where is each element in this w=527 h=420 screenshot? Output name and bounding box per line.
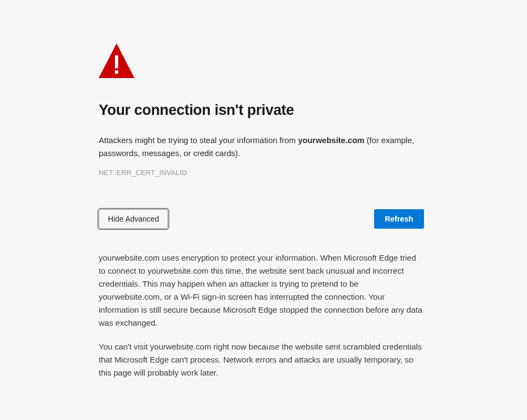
page-title: Your connection isn't private bbox=[99, 102, 424, 119]
refresh-button[interactable]: Refresh bbox=[374, 209, 424, 229]
warning-description: Attackers might be trying to steal your … bbox=[99, 134, 424, 160]
error-code: NET::ERR_CERT_INVALID bbox=[99, 169, 424, 177]
details-paragraph-2: You can't visit yourwebsite.com right no… bbox=[99, 340, 424, 379]
description-domain: yourwebsite.com bbox=[298, 135, 365, 145]
hide-advanced-button[interactable]: Hide Advanced bbox=[99, 209, 168, 229]
button-row: Hide Advanced Refresh bbox=[99, 209, 424, 229]
svg-rect-1 bbox=[115, 55, 118, 68]
svg-rect-2 bbox=[115, 70, 118, 74]
warning-triangle-icon bbox=[99, 43, 424, 78]
error-page-container: Your connection isn't private Attackers … bbox=[99, 0, 424, 379]
description-prefix: Attackers might be trying to steal your … bbox=[99, 135, 298, 145]
details-paragraph-1: yourwebsite.com uses encryption to prote… bbox=[99, 251, 424, 329]
